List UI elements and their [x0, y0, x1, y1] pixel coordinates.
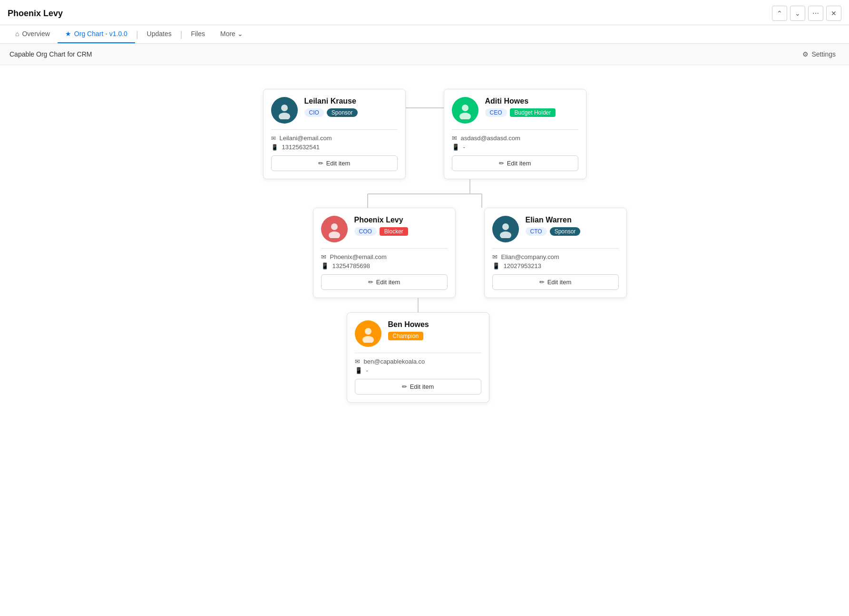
card-divider-phoenix [321, 248, 448, 249]
phone-aditi: 📱 - [452, 144, 578, 151]
divider-2: | [179, 29, 184, 39]
card-name-ben: Ben Howes [388, 320, 481, 329]
chevron-down-button[interactable]: ⌄ [790, 6, 805, 21]
tag-badge-ben: Champion [388, 332, 424, 340]
tab-overview[interactable]: ⌂ Overview [8, 25, 58, 43]
svg-point-13 [500, 231, 511, 238]
app-title: Phoenix Levy [8, 9, 63, 19]
tag-role-leilani: CIO [304, 108, 324, 117]
avatar-phoenix [321, 216, 348, 242]
edit-button-leilani[interactable]: ✏ Edit item [271, 155, 398, 171]
edit-button-elian[interactable]: ✏ Edit item [492, 274, 619, 290]
row-level-1: Leilani Krause CIO Sponsor ✉ Leilani@ema… [263, 89, 586, 179]
edit-button-ben[interactable]: ✏ Edit item [355, 379, 481, 395]
card-divider-aditi [452, 129, 578, 130]
svg-point-5 [462, 105, 468, 111]
card-leilani: Leilani Krause CIO Sponsor ✉ Leilani@ema… [263, 89, 406, 179]
phone-icon-phoenix: 📱 [321, 262, 329, 270]
edit-icon-elian: ✏ [539, 279, 545, 286]
email-aditi: ✉ asdasd@asdasd.com [452, 135, 578, 142]
edit-icon-leilani: ✏ [318, 160, 323, 167]
phone-icon-elian: 📱 [492, 262, 500, 270]
tag-role-phoenix: COO [354, 227, 377, 236]
card-name-phoenix: Phoenix Levy [354, 216, 448, 224]
tab-files[interactable]: Files [183, 25, 213, 43]
svg-point-4 [279, 113, 290, 119]
more-options-button[interactable]: ⋯ [808, 6, 823, 21]
row-level-2: Phoenix Levy COO Blocker ✉ Phoenix@email… [313, 208, 627, 298]
email-icon-elian: ✉ [492, 253, 498, 260]
card-name-aditi: Aditi Howes [485, 97, 578, 106]
edit-icon-aditi: ✏ [499, 160, 504, 167]
svg-point-14 [365, 328, 371, 335]
tag-badge-leilani: Sponsor [327, 108, 358, 117]
divider-1: | [135, 29, 139, 39]
card-divider-ben [355, 353, 481, 353]
email-icon-leilani: ✉ [271, 135, 276, 142]
card-name-elian: Elian Warren [526, 216, 619, 224]
phone-icon-ben: 📱 [355, 367, 362, 374]
tab-more[interactable]: More ⌄ [213, 25, 251, 43]
phone-ben: 📱 - [355, 367, 481, 374]
email-elian: ✉ Elian@company.com [492, 253, 619, 260]
card-aditi: Aditi Howes CEO Budget Holder ✉ asdasd@a… [444, 89, 586, 179]
card-divider-leilani [271, 129, 398, 130]
email-icon-phoenix: ✉ [321, 253, 326, 260]
tag-role-aditi: CEO [485, 108, 507, 117]
card-phoenix: Phoenix Levy COO Blocker ✉ Phoenix@email… [313, 208, 456, 298]
svg-point-12 [502, 223, 509, 230]
settings-button[interactable]: ⚙ Settings [799, 48, 839, 60]
gear-icon: ⚙ [802, 50, 809, 58]
title-bar-right: ⌃ ⌄ ⋯ ✕ [772, 6, 841, 21]
nav-tabs: ⌂ Overview ★ Org Chart - v1.0.0 | Update… [0, 25, 849, 44]
email-icon-aditi: ✉ [452, 135, 457, 142]
edit-icon-phoenix: ✏ [368, 279, 373, 286]
svg-point-3 [281, 105, 288, 111]
phone-phoenix: 📱 13254785698 [321, 262, 448, 270]
avatar-aditi [452, 97, 478, 124]
tab-org-chart[interactable]: ★ Org Chart - v1.0.0 [58, 25, 135, 43]
phone-icon-leilani: 📱 [271, 144, 278, 151]
chevron-up-button[interactable]: ⌃ [772, 6, 787, 21]
tag-badge-aditi: Budget Holder [510, 108, 556, 117]
connector-row2 [330, 193, 520, 208]
edit-icon-ben: ✏ [402, 383, 407, 390]
toolbar: Capable Org Chart for CRM ⚙ Settings [0, 44, 849, 65]
close-button[interactable]: ✕ [826, 6, 841, 21]
phone-icon-aditi: 📱 [452, 144, 459, 151]
card-elian: Elian Warren CTO Sponsor ✉ Elian@company… [484, 208, 627, 298]
title-bar-left: Phoenix Levy [8, 9, 63, 19]
avatar-elian [492, 216, 519, 242]
row-level-3: Ben Howes Champion ✉ ben@capablekoala.co… [347, 312, 489, 403]
chevron-down-icon: ⌄ [237, 30, 243, 38]
tag-role-elian: CTO [526, 227, 547, 236]
email-icon-ben: ✉ [355, 358, 360, 365]
toolbar-title: Capable Org Chart for CRM [10, 50, 92, 58]
edit-button-phoenix[interactable]: ✏ Edit item [321, 274, 448, 290]
phone-leilani: 📱 13125632541 [271, 144, 398, 151]
org-chart: Leilani Krause CIO Sponsor ✉ Leilani@ema… [19, 79, 830, 403]
email-leilani: ✉ Leilani@email.com [271, 135, 398, 142]
vline-aditi-down [469, 179, 470, 193]
svg-point-10 [331, 223, 338, 230]
star-icon: ★ [65, 30, 71, 38]
phone-elian: 📱 12027953213 [492, 262, 619, 270]
vline-phoenix-down [418, 298, 419, 312]
home-icon: ⌂ [15, 30, 19, 38]
email-phoenix: ✉ Phoenix@email.com [321, 253, 448, 260]
tag-badge-elian: Sponsor [550, 227, 581, 236]
card-ben: Ben Howes Champion ✉ ben@capablekoala.co… [347, 312, 489, 403]
avatar-ben [355, 320, 381, 347]
svg-point-15 [362, 336, 374, 343]
edit-button-aditi[interactable]: ✏ Edit item [452, 155, 578, 171]
card-name-leilani: Leilani Krause [304, 97, 398, 106]
chart-area: Leilani Krause CIO Sponsor ✉ Leilani@ema… [0, 65, 849, 588]
title-bar: Phoenix Levy ⌃ ⌄ ⋯ ✕ [0, 0, 849, 25]
tag-badge-phoenix: Blocker [380, 227, 408, 236]
tab-updates[interactable]: Updates [139, 25, 179, 43]
svg-point-6 [459, 113, 471, 119]
card-divider-elian [492, 248, 619, 249]
svg-point-11 [329, 231, 340, 238]
email-ben: ✉ ben@capablekoala.co [355, 358, 481, 365]
avatar-leilani [271, 97, 298, 124]
